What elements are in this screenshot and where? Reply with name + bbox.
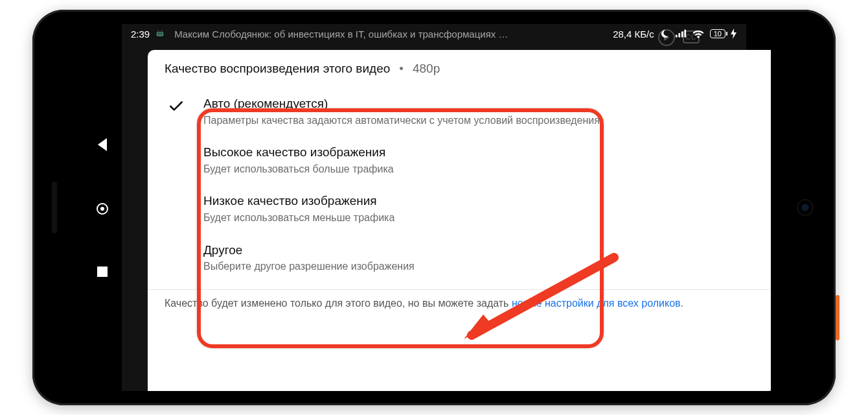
svg-rect-0 [157,32,164,36]
separator-dot: • [399,62,404,76]
video-title: Максим Слободянюк: об инвестициях в IT, … [174,29,508,40]
power-button [836,295,839,340]
svg-point-1 [158,33,159,34]
option-subtitle: Будет использоваться меньше трафика [203,211,754,225]
quality-option-auto[interactable]: Авто (рекомендуется) Параметры качества … [165,88,754,136]
android-head-icon [155,29,165,39]
option-title: Другое [203,242,754,259]
divider [148,289,771,290]
status-bar: 2:39 Максим Слободянюк: об инвестициях в… [122,24,746,43]
status-time: 2:39 [131,29,150,40]
check-placeholder [165,193,188,195]
phone-screen: CC 0:03 / 2:39 Максим Слободянюк: об инв… [83,24,785,391]
phone-frame: CC 0:03 / 2:39 Максим Слободянюк: об инв… [32,10,836,405]
quality-option-other[interactable]: Другое Выберите другое разрешение изобра… [165,234,754,283]
quality-options-list: Авто (рекомендуется) Параметры качества … [165,88,754,283]
footer-settings-link[interactable]: новые настройки для всех роликов [512,298,681,309]
wifi-icon [692,29,705,38]
svg-point-2 [161,33,162,34]
option-subtitle: Параметры качества задаются автоматическ… [203,113,754,128]
charging-bolt-icon [731,29,737,39]
nav-back-icon[interactable] [98,138,107,151]
footer-suffix: . [681,298,683,309]
option-title: Высокое качество изображения [203,144,754,161]
check-placeholder [165,242,188,244]
cellular-signal-icon [675,29,687,38]
svg-line-3 [158,30,159,32]
option-subtitle: Будет использоваться больше трафика [203,162,754,176]
sheet-header: Качество воспроизведения этого видео • 4… [165,62,754,88]
current-quality: 480p [413,62,440,76]
check-icon [165,95,188,115]
dnd-crescent-icon [659,29,670,39]
svg-line-4 [161,30,162,32]
battery-icon: 10 [710,29,725,38]
quality-option-high[interactable]: Высокое качество изображения Будет испол… [165,136,754,185]
sheet-footer: Качество будет изменено только для этого… [165,296,754,311]
nav-recents-icon[interactable] [97,267,108,277]
check-placeholder [165,144,188,147]
quality-bottom-sheet: Качество воспроизведения этого видео • 4… [148,50,771,391]
option-title: Авто (рекомендуется) [203,95,754,112]
sheet-title: Качество воспроизведения этого видео [165,62,390,76]
quality-option-low[interactable]: Низкое качество изображения Будет исполь… [165,185,754,233]
option-subtitle: Выберите другое разрешение изображения [203,259,754,274]
option-title: Низкое качество изображения [203,193,754,209]
nav-home-icon[interactable] [97,203,108,215]
android-nav-bar [83,24,122,391]
footer-text: Качество будет изменено только для этого… [165,298,512,309]
battery-level: 10 [714,30,722,38]
network-speed: 28,4 КБ/с [613,29,654,40]
